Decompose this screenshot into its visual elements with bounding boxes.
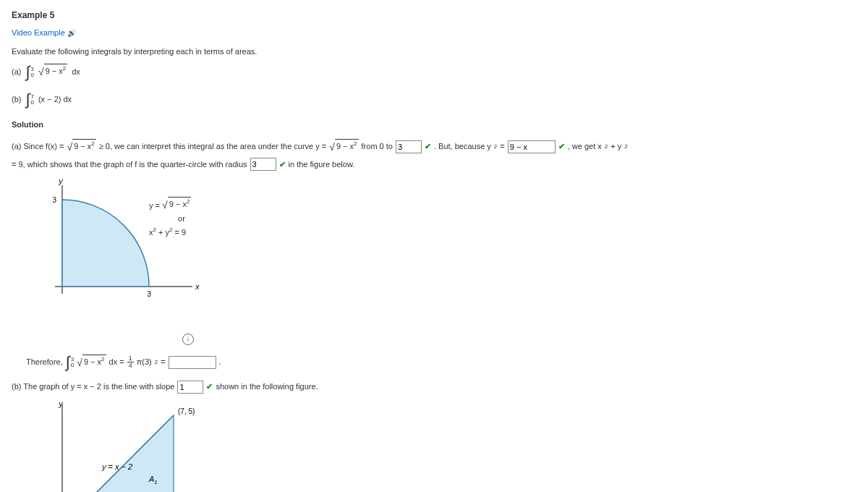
svg-text:y: y <box>58 401 64 408</box>
solb-prefix: (b) The graph of y = x − 2 is the line w… <box>12 381 174 394</box>
svg-text:(7, 5): (7, 5) <box>178 407 195 415</box>
problem-b: (b) ∫ 7 0 (x − 2) dx <box>12 93 856 106</box>
fig1-tick3x: 3 <box>147 290 151 298</box>
sola-prefix: (a) Since f(x) = <box>12 140 64 153</box>
speaker-icon: 🔊 <box>67 29 76 37</box>
therefore-label: Therefore, <box>26 356 63 369</box>
integrand-b: (x − 2) dx <box>38 93 72 106</box>
solution-heading: Solution <box>12 119 856 132</box>
fig1-or: or <box>149 213 214 226</box>
answer-a1[interactable] <box>396 140 422 153</box>
video-example-label: Video Example <box>12 28 65 37</box>
th-eq2: = <box>161 356 165 369</box>
lower-a: 0 <box>30 72 33 78</box>
answer-a2[interactable] <box>508 140 556 153</box>
fig1-eq1: y = √9 − x2 <box>149 197 214 213</box>
figure-quarter-circle: 3 3 y x y = √9 − x2 or x2 + y2 = 9 i <box>41 178 856 345</box>
sola-mid1: ≥ 0, we can interpret this integral as t… <box>99 140 327 153</box>
problem-a: (a) ∫ 3 0 √ 9 − x2 dx <box>12 64 856 80</box>
integral-a: ∫ 3 0 <box>25 66 33 79</box>
sola-mid3b: = <box>500 140 504 153</box>
sqarg-a: 9 − x <box>46 67 63 75</box>
sola-mid5: in the figure below. <box>289 158 355 171</box>
sola-sq2: 9 − x <box>336 142 354 150</box>
fig1-tick3y: 3 <box>52 196 56 204</box>
solution-a-text: (a) Since f(x) = √9 − x2 ≥ 0, we can int… <box>12 139 856 171</box>
solb-suffix: shown in the following figure. <box>216 381 318 394</box>
fig1-x: x <box>195 282 200 291</box>
th-pi: π(3) <box>137 356 152 369</box>
sola-sq1: 9 − x <box>74 142 91 150</box>
solution-b-text: (b) The graph of y = x − 2 is the line w… <box>12 381 856 394</box>
label-b: (b) <box>12 93 21 106</box>
info-icon[interactable]: i <box>182 334 194 345</box>
check-icon: ✔ <box>279 158 286 171</box>
integral-b: ∫ 7 0 <box>25 93 33 106</box>
answer-therefore[interactable] <box>169 356 216 369</box>
svg-text:y = x − 2: y = x − 2 <box>101 462 132 471</box>
dx-a: dx <box>72 66 80 79</box>
sola-mid4c: = 9, which shows that the graph of f is … <box>12 158 247 171</box>
sola-mid4: , we get x <box>568 140 602 153</box>
example-title: Example 5 <box>12 9 856 22</box>
fig1-eq2: x2 + y2 = 9 <box>149 226 214 239</box>
fig1-y: y <box>58 178 64 185</box>
sola-mid4b: + y <box>610 140 621 153</box>
therefore-line: Therefore, ∫ 3 0 √9 − x2 dx = 14 π(3)2 =… <box>26 355 856 370</box>
check-icon: ✔ <box>425 140 431 153</box>
th-sq: 9 − x <box>84 357 101 365</box>
video-example-link[interactable]: Video Example 🔊 <box>12 27 856 40</box>
lower-b: 0 <box>30 100 33 106</box>
check-icon: ✔ <box>206 381 213 394</box>
th-lower: 0 <box>71 362 74 368</box>
check-icon: ✔ <box>558 140 565 153</box>
answer-b-slope[interactable] <box>177 381 203 394</box>
th-fd: 4 <box>127 362 134 369</box>
instruction-text: Evaluate the following integrals by inte… <box>12 46 856 59</box>
figure-line-triangles: y x (7, 5) 2 7 −2 y = x − 2 A1 A2 i <box>41 401 856 492</box>
sola-mid3: . But, because y <box>434 140 491 153</box>
answer-a3[interactable] <box>250 158 276 171</box>
sqrt-a: √ 9 − x2 <box>38 64 67 80</box>
th-dot: . <box>219 356 221 369</box>
label-a: (a) <box>12 66 21 79</box>
sola-mid2: from 0 to <box>362 140 393 153</box>
th-eq: dx = <box>109 356 124 369</box>
